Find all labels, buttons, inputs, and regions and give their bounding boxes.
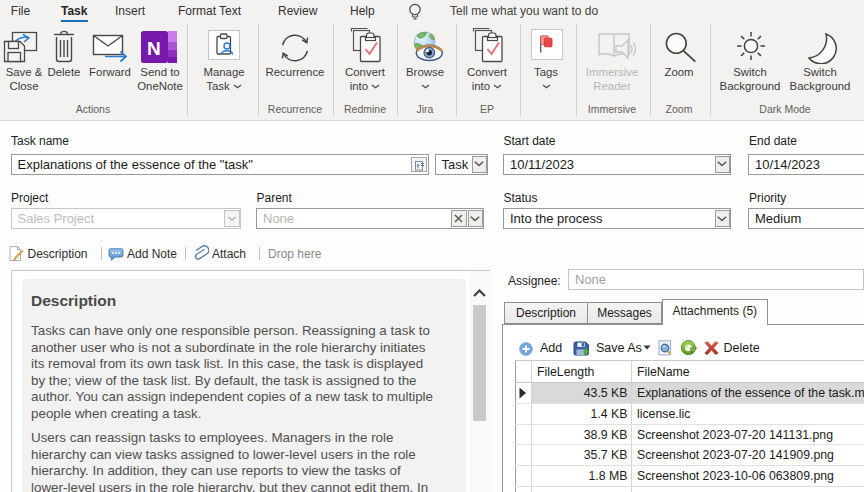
svg-text:N: N [147,38,161,59]
